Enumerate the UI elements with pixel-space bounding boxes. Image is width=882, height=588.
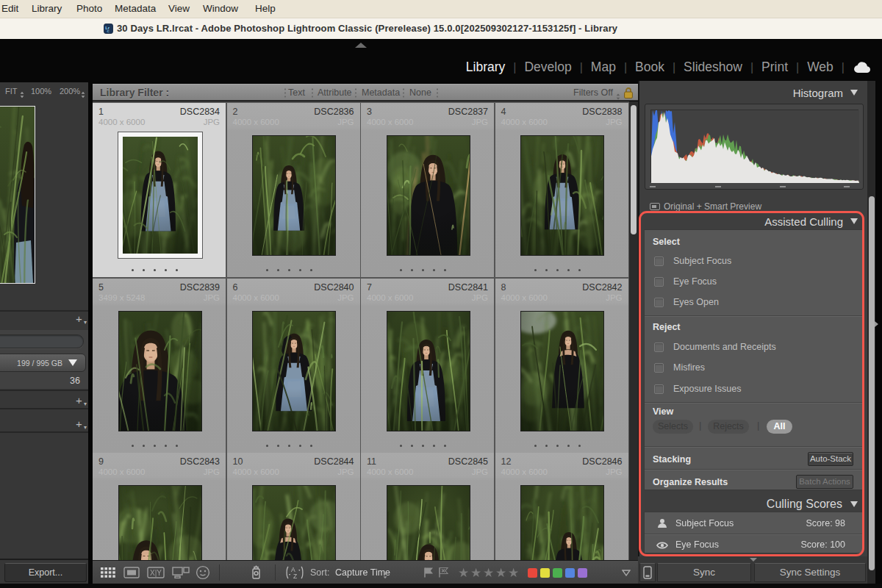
svg-text:Z: Z: [293, 573, 297, 580]
svg-text:X|Y: X|Y: [150, 569, 162, 577]
